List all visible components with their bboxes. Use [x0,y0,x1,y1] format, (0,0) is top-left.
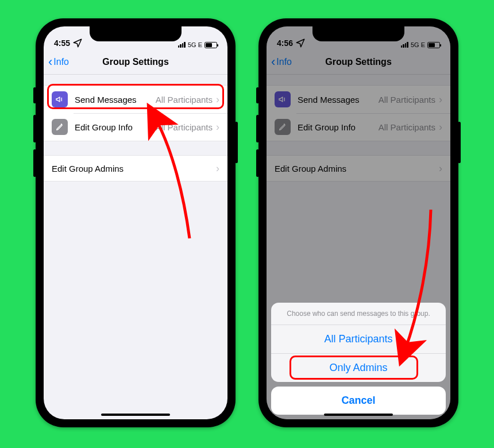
row-edit-group-admins[interactable]: Edit Group Admins › [44,156,227,181]
notch [312,26,404,41]
screen-left: 4:55 5G E ‹ Info Group Settings [44,26,227,419]
page-title: Group Settings [102,57,169,67]
home-indicator[interactable] [101,414,170,416]
status-time: 4:55 [54,38,70,48]
back-label: Info [53,57,69,67]
sheet-option-all-participants[interactable]: All Participants [271,325,446,353]
row-value: All Participants [156,95,213,105]
row-label: Edit Group Info [75,122,156,132]
megaphone-icon [52,91,68,107]
settings-group-1: Send Messages All Participants › Edit Gr… [44,85,227,141]
action-sheet: Choose who can send messages to this gro… [271,303,446,415]
notch [90,26,182,41]
row-edit-group-info[interactable]: Edit Group Info All Participants › [44,113,227,141]
chevron-left-icon: ‹ [48,56,52,68]
sheet-cancel-button[interactable]: Cancel [271,387,446,415]
back-button[interactable]: ‹ Info [48,49,69,74]
network-label: 5G E [188,41,202,48]
phone-frame-left: 4:55 5G E ‹ Info Group Settings [36,18,236,427]
signal-icon [178,42,186,48]
row-value: All Participants [156,122,213,132]
screen-right: 4:56 5G E ‹ Info Group Settings [267,26,450,419]
sheet-option-only-admins[interactable]: Only Admins [271,353,446,382]
sheet-header: Choose who can send messages to this gro… [271,303,446,325]
row-label: Send Messages [75,95,156,105]
row-send-messages[interactable]: Send Messages All Participants › [44,86,227,113]
home-indicator[interactable] [324,414,393,416]
pencil-icon [52,119,68,135]
battery-icon [204,42,217,48]
chevron-right-icon: › [216,121,219,133]
location-icon [72,38,83,48]
settings-group-2: Edit Group Admins › [44,155,227,181]
nav-bar: ‹ Info Group Settings [44,49,227,75]
phone-frame-right: 4:56 5G E ‹ Info Group Settings [258,18,458,427]
chevron-right-icon: › [216,94,219,106]
chevron-right-icon: › [216,163,219,175]
row-label: Edit Group Admins [52,164,216,173]
